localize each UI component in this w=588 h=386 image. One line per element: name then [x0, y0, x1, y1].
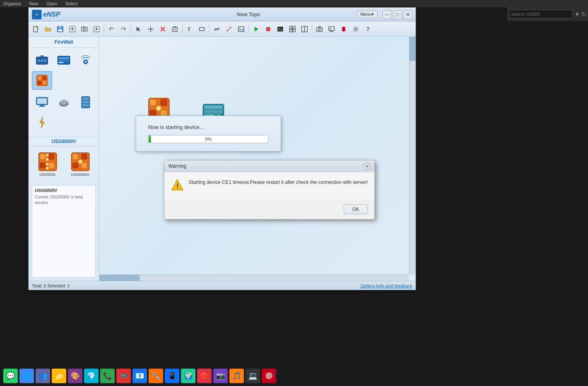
- group-btn[interactable]: [287, 23, 298, 35]
- new-file-btn[interactable]: [30, 23, 42, 35]
- help-btn[interactable]: ?: [362, 23, 374, 35]
- maximize-button[interactable]: □: [393, 10, 402, 19]
- sidebar-item-monitor[interactable]: [32, 93, 52, 112]
- title-buttons: Menu▾ ─ □ ✕: [357, 10, 412, 19]
- taskbar-icon-11[interactable]: 📱: [165, 369, 179, 383]
- taskbar-icon-9[interactable]: 📧: [132, 369, 147, 383]
- close-button[interactable]: ✕: [403, 10, 412, 19]
- taskbar-icon-2[interactable]: 🌐: [19, 369, 34, 383]
- text-btn[interactable]: T: [184, 23, 195, 35]
- window-title: New Topo: [140, 11, 357, 17]
- refresh-icon[interactable]: ↻: [582, 11, 586, 17]
- canvas-area[interactable]: FW1 CE1 Now is starting device... 0%: [99, 37, 416, 281]
- select-btn[interactable]: [133, 23, 144, 35]
- taskbar-icon-16[interactable]: 💻: [246, 369, 260, 383]
- taskbar-icon-6[interactable]: 💎: [84, 369, 99, 383]
- warning-dialog: Warning ✕ ! Starting device CE1 timeout.…: [164, 160, 375, 219]
- help-link[interactable]: Getting help and feedback: [361, 283, 412, 288]
- scroll-thumb-horizontal[interactable]: [99, 275, 140, 281]
- dropdown-icon[interactable]: ▼: [574, 11, 580, 17]
- link-btn[interactable]: [211, 23, 223, 35]
- svg-rect-41: [40, 55, 44, 57]
- pan-btn[interactable]: [145, 23, 156, 35]
- app-window: e eNSP New Topo Menu▾ ─ □ ✕: [28, 7, 416, 290]
- sidebar-item-router1[interactable]: [32, 51, 52, 70]
- svg-rect-90: [204, 110, 223, 113]
- redo-btn[interactable]: [118, 23, 129, 35]
- capture-btn[interactable]: [314, 23, 325, 35]
- unlink-btn[interactable]: [223, 23, 235, 35]
- svg-point-33: [319, 28, 321, 30]
- sidebar-item-usg5500[interactable]: USG5500: [32, 150, 63, 179]
- clear-btn[interactable]: [169, 23, 181, 35]
- console-btn[interactable]: [326, 23, 337, 35]
- taskbar-icon-8[interactable]: 🎮: [116, 369, 131, 383]
- warning-close-btn[interactable]: ✕: [364, 163, 370, 169]
- taskbar-icon-12[interactable]: 🌍: [181, 369, 195, 383]
- toolbar-sep-3: [182, 24, 183, 34]
- minimize-button[interactable]: ─: [382, 10, 391, 19]
- svg-rect-28: [290, 30, 292, 32]
- scroll-thumb-vertical[interactable]: [410, 37, 416, 61]
- search-input[interactable]: [509, 10, 573, 19]
- menu-button[interactable]: Menu▾: [357, 11, 378, 18]
- undo-btn[interactable]: [106, 23, 117, 35]
- image-btn[interactable]: [235, 23, 247, 35]
- sidebar-item-usg6000v[interactable]: USG6000V: [65, 150, 96, 179]
- run-btn[interactable]: [250, 23, 262, 35]
- menu-select[interactable]: Select: [65, 1, 78, 6]
- taskbar-icon-13[interactable]: 🔴: [197, 369, 212, 383]
- delete-btn[interactable]: [157, 23, 168, 35]
- menu-open[interactable]: Open: [46, 1, 57, 6]
- logo-icon: e: [32, 10, 42, 19]
- sidebar-item-switch1[interactable]: [54, 51, 74, 70]
- taskbar-icon-15[interactable]: 🎵: [229, 369, 244, 383]
- status-bar: Total: 2 Selected: 1 Getting help and fe…: [29, 281, 416, 290]
- sidebar-item-ap1[interactable]: [76, 51, 96, 70]
- info-title: USG6000V: [35, 188, 93, 193]
- huawei-btn[interactable]: [338, 23, 349, 35]
- rect-btn[interactable]: [196, 23, 208, 35]
- ok-button[interactable]: OK: [344, 205, 368, 214]
- svg-text:!: !: [176, 183, 178, 190]
- app-logo: e eNSP: [32, 10, 140, 19]
- open-folder-btn[interactable]: [42, 23, 54, 35]
- taskbar-icon-17[interactable]: 🎯: [262, 369, 276, 383]
- svg-point-47: [85, 61, 87, 63]
- terminal-btn[interactable]: [275, 23, 286, 35]
- svg-rect-80: [82, 163, 87, 168]
- settings-btn[interactable]: [350, 23, 361, 35]
- split-btn[interactable]: [299, 23, 310, 35]
- scrollbar-horizontal[interactable]: [99, 274, 409, 281]
- import-btn[interactable]: [91, 23, 102, 35]
- export-btn[interactable]: [67, 23, 78, 35]
- svg-point-39: [41, 59, 43, 62]
- svg-rect-78: [82, 154, 87, 159]
- toolbar-sep-2: [131, 24, 131, 34]
- screenshot-btn[interactable]: [79, 23, 90, 35]
- taskbar-icon-7[interactable]: 📞: [100, 369, 115, 383]
- menu-new[interactable]: New: [29, 1, 38, 6]
- svg-marker-66: [40, 117, 44, 128]
- sidebar-item-cloud[interactable]: [54, 93, 74, 112]
- scrollbar-vertical[interactable]: [409, 37, 416, 274]
- svg-rect-71: [49, 163, 54, 168]
- taskbar-icon-1[interactable]: 💬: [3, 369, 18, 383]
- progress-bar-fill: [149, 135, 151, 143]
- taskbar-icon-14[interactable]: 📷: [213, 369, 228, 383]
- taskbar-icon-4[interactable]: 📁: [52, 369, 66, 383]
- menu-organize[interactable]: Organize: [3, 1, 21, 6]
- svg-rect-77: [73, 154, 78, 159]
- taskbar-icon-10[interactable]: 🔧: [149, 369, 163, 383]
- sidebar-item-server[interactable]: [76, 93, 96, 112]
- sidebar-info-box: USG6000V Current USG6000V is beta versio…: [32, 185, 96, 278]
- svg-point-65: [87, 98, 88, 99]
- progress-bar-container: 0%: [148, 135, 269, 143]
- svg-rect-50: [43, 76, 46, 80]
- save-btn[interactable]: [55, 23, 66, 35]
- taskbar-icon-3[interactable]: 👥: [36, 369, 50, 383]
- sidebar-item-firewall1[interactable]: [32, 71, 52, 90]
- taskbar-icon-5[interactable]: 🎨: [68, 369, 82, 383]
- sidebar-item-lightning[interactable]: [32, 113, 52, 132]
- stop-btn[interactable]: [262, 23, 274, 35]
